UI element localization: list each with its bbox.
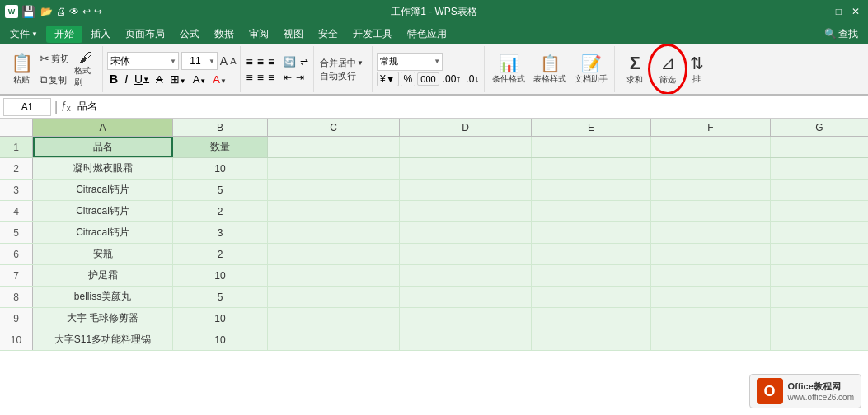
font-shrink-btn[interactable]: A [230, 56, 236, 66]
cell-g3[interactable] [771, 180, 868, 200]
cell-e6[interactable] [532, 244, 651, 264]
cell-d3[interactable] [400, 180, 532, 200]
cell-b3[interactable]: 5 [173, 180, 268, 200]
cell-g4[interactable] [771, 201, 868, 221]
cell-e8[interactable] [532, 287, 651, 307]
print-icon[interactable]: 🖨 [56, 6, 66, 17]
row-num-3[interactable]: 3 [0, 180, 33, 200]
row-num-7[interactable]: 7 [0, 265, 33, 286]
cell-g7[interactable] [771, 265, 868, 286]
table-style-btn[interactable]: 📋 表格样式 [530, 48, 570, 91]
cell-g9[interactable] [771, 308, 868, 329]
cell-e4[interactable] [532, 201, 651, 221]
cell-d4[interactable] [400, 201, 532, 221]
cell-a8[interactable]: belliss美颜丸 [33, 287, 173, 307]
col-header-g[interactable]: G [771, 119, 868, 136]
increase-decimal-btn[interactable]: .00↑ [441, 72, 463, 86]
currency-btn[interactable]: ¥▼ [377, 72, 399, 86]
cell-d5[interactable] [400, 222, 532, 243]
menu-formula[interactable]: 公式 [173, 26, 206, 43]
cell-c6[interactable] [268, 244, 400, 264]
save-icon[interactable]: 💾 [21, 5, 35, 18]
menu-special[interactable]: 特色应用 [401, 26, 453, 43]
indent-decrease-btn[interactable]: ⇤ [282, 71, 293, 84]
cell-b5[interactable]: 3 [173, 222, 268, 243]
format-painter-btn[interactable]: 🖌 格式刷 [73, 48, 99, 91]
cell-g10[interactable] [771, 329, 868, 350]
align-top-center-btn[interactable]: ≡ [256, 54, 265, 69]
col-header-d[interactable]: D [400, 119, 532, 136]
border-btn[interactable]: ⊞▼ [167, 72, 189, 86]
cell-g5[interactable] [771, 222, 868, 243]
row-num-10[interactable]: 10 [0, 329, 33, 350]
cell-ref-input[interactable] [3, 98, 51, 116]
sum-btn[interactable]: Σ 求和 [619, 48, 650, 91]
cell-e3[interactable] [532, 180, 651, 200]
menu-security[interactable]: 安全 [312, 26, 345, 43]
font-name-dropdown[interactable]: ▼ [107, 52, 179, 70]
cell-f5[interactable] [651, 222, 771, 243]
cell-d9[interactable] [400, 308, 532, 329]
cell-c5[interactable] [268, 222, 400, 243]
print-preview-icon[interactable]: 👁 [69, 6, 79, 17]
cell-e5[interactable] [532, 222, 651, 243]
decrease-decimal-btn[interactable]: .0↓ [464, 72, 481, 86]
cell-b7[interactable]: 10 [173, 265, 268, 286]
cell-g6[interactable] [771, 244, 868, 264]
redo-icon[interactable]: ↪ [94, 6, 102, 17]
cell-c2[interactable] [268, 158, 400, 179]
cell-f4[interactable] [651, 201, 771, 221]
auto-wrap-btn[interactable]: 自动换行 [320, 70, 367, 82]
cell-f8[interactable] [651, 287, 771, 307]
align-right-btn[interactable]: ≡ [266, 70, 276, 85]
doc-helper-btn[interactable]: 📝 文档助手 [571, 48, 611, 91]
col-header-c[interactable]: C [268, 119, 400, 136]
cell-c10[interactable] [268, 329, 400, 350]
col-header-e[interactable]: E [532, 119, 651, 136]
font-color-btn[interactable]: A▼ [210, 72, 229, 86]
underline-btn[interactable]: U▼ [132, 72, 152, 86]
align-center-btn[interactable]: ≡ [256, 70, 265, 85]
italic-btn[interactable]: I [122, 72, 130, 86]
rotate-text-btn[interactable]: 🔄 [282, 55, 298, 68]
menu-data[interactable]: 数据 [208, 26, 241, 43]
cell-b1[interactable]: 数量 [173, 137, 268, 157]
cell-d6[interactable] [400, 244, 532, 264]
cell-d7[interactable] [400, 265, 532, 286]
cell-a1[interactable]: 品名 [33, 137, 173, 157]
close-btn[interactable]: ✕ [848, 6, 863, 17]
cell-b9[interactable]: 10 [173, 308, 268, 329]
cell-c8[interactable] [268, 287, 400, 307]
menu-review[interactable]: 审阅 [242, 26, 275, 43]
row-num-2[interactable]: 2 [0, 158, 33, 179]
cell-a9[interactable]: 大宇 毛球修剪器 [33, 308, 173, 329]
cell-a6[interactable]: 安瓶 [33, 244, 173, 264]
filter-btn[interactable]: ⊿ 筛选 [652, 48, 683, 91]
cell-f3[interactable] [651, 180, 771, 200]
cell-e7[interactable] [532, 265, 651, 286]
menu-view[interactable]: 视图 [277, 26, 310, 43]
cell-a3[interactable]: Citracal钙片 [33, 180, 173, 200]
strikethrough-btn[interactable]: A [153, 72, 166, 86]
cell-a7[interactable]: 护足霜 [33, 265, 173, 286]
cell-e10[interactable] [532, 329, 651, 350]
cell-e9[interactable] [532, 308, 651, 329]
cell-a2[interactable]: 凝时燃夜眼霜 [33, 158, 173, 179]
cell-e1[interactable] [532, 137, 651, 157]
cell-b6[interactable]: 2 [173, 244, 268, 264]
font-grow-btn[interactable]: A [220, 54, 228, 68]
cell-a5[interactable]: Citracal钙片 [33, 222, 173, 243]
cell-c4[interactable] [268, 201, 400, 221]
row-num-5[interactable]: 5 [0, 222, 33, 243]
col-header-b[interactable]: B [173, 119, 268, 136]
bold-btn[interactable]: B [107, 72, 120, 86]
cell-c7[interactable] [268, 265, 400, 286]
cell-g8[interactable] [771, 287, 868, 307]
row-num-9[interactable]: 9 [0, 308, 33, 329]
col-header-a[interactable]: A [33, 119, 173, 136]
cell-f6[interactable] [651, 244, 771, 264]
conditional-format-btn[interactable]: 📊 条件格式 [489, 48, 528, 91]
menu-home[interactable]: 开始 [46, 26, 82, 43]
row-num-1[interactable]: 1 [0, 137, 33, 157]
font-size-input[interactable] [182, 55, 209, 67]
